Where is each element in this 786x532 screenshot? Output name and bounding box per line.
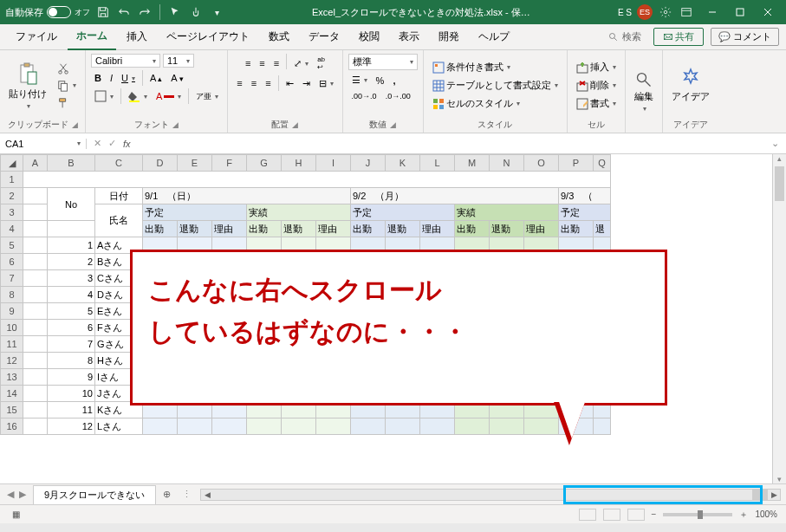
- increase-decimal-button[interactable]: .00→.0: [348, 90, 380, 102]
- redo-icon[interactable]: [137, 4, 153, 20]
- fill-color-button[interactable]: ▾: [125, 88, 151, 104]
- tab-file[interactable]: ファイル: [7, 24, 66, 49]
- worksheet-grid[interactable]: ◢ A B C D E F G H I J K L M N O P Q 1 2 …: [0, 154, 786, 483]
- underline-button[interactable]: U▾: [118, 70, 139, 86]
- cell[interactable]: 予定: [143, 204, 247, 221]
- row-header[interactable]: 6: [1, 254, 23, 270]
- cell[interactable]: 退勤: [386, 221, 420, 237]
- cell[interactable]: 9/2 （月）: [351, 188, 559, 204]
- col-header[interactable]: K: [386, 155, 420, 172]
- cell[interactable]: 理由: [524, 221, 559, 237]
- autosave-toggle[interactable]: 自動保存 オフ: [5, 6, 90, 19]
- row-header[interactable]: 5: [1, 237, 23, 254]
- insert-cells-button[interactable]: 挿入▾: [573, 59, 620, 75]
- font-launcher[interactable]: ◢: [172, 120, 179, 129]
- user-avatar[interactable]: ES: [637, 4, 653, 20]
- row-header[interactable]: 12: [1, 353, 23, 369]
- cell[interactable]: 8: [48, 353, 95, 369]
- cell[interactable]: 出勤: [559, 221, 594, 237]
- cell[interactable]: 実績: [455, 204, 559, 221]
- zoom-level[interactable]: 100%: [755, 509, 777, 519]
- phonetic-button[interactable]: ア亜▾: [192, 88, 222, 104]
- cell[interactable]: 理由: [212, 221, 247, 237]
- row-header[interactable]: 7: [1, 270, 23, 287]
- format-cells-button[interactable]: 書式▾: [573, 95, 620, 112]
- col-header[interactable]: F: [212, 155, 247, 172]
- cell[interactable]: 予定: [559, 204, 611, 221]
- font-name-combo[interactable]: Calibri▾: [91, 54, 160, 68]
- cell[interactable]: 退勤: [282, 221, 316, 237]
- border-button[interactable]: ▾: [91, 88, 117, 104]
- pagelayout-view-button[interactable]: [603, 509, 620, 521]
- percent-button[interactable]: %: [373, 73, 388, 88]
- col-header[interactable]: H: [282, 155, 316, 172]
- comment-button[interactable]: 💬 コメント: [711, 28, 779, 46]
- align-center-button[interactable]: ≡: [248, 75, 260, 91]
- cell[interactable]: 5: [48, 303, 95, 320]
- col-header[interactable]: Q: [594, 155, 611, 172]
- decrease-font-button[interactable]: A▾: [167, 70, 186, 86]
- font-size-combo[interactable]: 11▾: [163, 54, 194, 68]
- cell[interactable]: 予定: [351, 204, 455, 221]
- decrease-indent-button[interactable]: ⇤: [283, 75, 297, 91]
- vertical-scrollbar[interactable]: ▴ ▾: [772, 154, 786, 483]
- row-header[interactable]: 11: [1, 336, 23, 353]
- col-header[interactable]: J: [351, 155, 386, 172]
- row-header[interactable]: 14: [1, 386, 23, 402]
- row-header[interactable]: 2: [1, 188, 23, 204]
- format-painter-button[interactable]: [54, 95, 80, 111]
- tab-insert[interactable]: 挿入: [118, 24, 156, 49]
- row-header[interactable]: 1: [1, 172, 23, 188]
- col-header[interactable]: N: [490, 155, 524, 172]
- align-top-button[interactable]: ≡: [242, 54, 254, 73]
- font-color-button[interactable]: A▾: [153, 88, 185, 104]
- formula-input[interactable]: [138, 136, 764, 152]
- col-header[interactable]: A: [23, 155, 48, 172]
- delete-cells-button[interactable]: 削除▾: [573, 77, 620, 94]
- cell[interactable]: 9/3 （: [559, 188, 611, 204]
- cell-styles-button[interactable]: セルのスタイル▾: [429, 95, 562, 112]
- row-header[interactable]: 15: [1, 402, 23, 418]
- cell[interactable]: 4: [48, 287, 95, 303]
- share-button[interactable]: 🖂 共有: [653, 28, 704, 46]
- number-format-combo[interactable]: 標準▾: [348, 54, 418, 70]
- tab-data[interactable]: データ: [300, 24, 348, 49]
- maximize-button[interactable]: [727, 3, 753, 22]
- cell[interactable]: 1: [48, 237, 95, 254]
- col-header[interactable]: P: [559, 155, 594, 172]
- tab-developer[interactable]: 開発: [430, 24, 468, 49]
- sheet-tab[interactable]: 9月スクロールできない: [33, 485, 156, 504]
- cell[interactable]: 日付: [95, 188, 143, 204]
- cell[interactable]: 10: [48, 386, 95, 402]
- number-launcher[interactable]: ◢: [390, 120, 396, 129]
- cell[interactable]: No: [48, 188, 95, 221]
- cell[interactable]: 退勤: [490, 221, 524, 237]
- hscroll-left-arrow[interactable]: ◀: [201, 490, 213, 500]
- cell[interactable]: 9: [48, 369, 95, 386]
- row-header[interactable]: 4: [1, 221, 23, 237]
- decrease-decimal-button[interactable]: .0→.00: [382, 90, 414, 102]
- ideas-button[interactable]: アイデア: [668, 66, 713, 105]
- copy-button[interactable]: ▾: [54, 78, 80, 94]
- tab-view[interactable]: 表示: [390, 24, 428, 49]
- format-as-table-button[interactable]: テーブルとして書式設定▾: [429, 77, 562, 94]
- col-header[interactable]: D: [143, 155, 178, 172]
- minimize-button[interactable]: [699, 3, 725, 22]
- merge-button[interactable]: ⊟▾: [315, 75, 337, 91]
- save-icon[interactable]: [95, 4, 111, 20]
- clipboard-launcher[interactable]: ◢: [72, 120, 78, 129]
- row-header[interactable]: 3: [1, 204, 23, 221]
- cancel-formula-icon[interactable]: ✕: [94, 138, 101, 149]
- close-button[interactable]: [755, 3, 781, 22]
- cell[interactable]: 理由: [316, 221, 351, 237]
- cell[interactable]: 出勤: [247, 221, 282, 237]
- horizontal-scrollbar[interactable]: ◀ ▶: [200, 489, 781, 501]
- normal-view-button[interactable]: [579, 509, 596, 521]
- row-header[interactable]: 13: [1, 369, 23, 386]
- col-header[interactable]: E: [178, 155, 212, 172]
- cell[interactable]: 理由: [420, 221, 455, 237]
- pointer-icon[interactable]: [167, 4, 183, 20]
- col-header[interactable]: C: [95, 155, 143, 172]
- increase-indent-button[interactable]: ⇥: [299, 75, 314, 91]
- bold-button[interactable]: B: [91, 70, 105, 86]
